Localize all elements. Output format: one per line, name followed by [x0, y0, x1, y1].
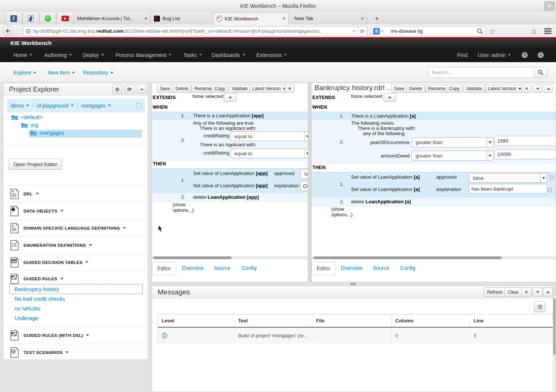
- rename-button[interactable]: Rename: [425, 85, 448, 93]
- column-header-level[interactable]: Level: [158, 315, 234, 327]
- pinned-tab-notes[interactable]: [22, 12, 39, 25]
- rule-item-bankruptcy-history[interactable]: Bankruptcy history: [15, 286, 59, 292]
- show-options-link[interactable]: (show options...): [173, 202, 196, 213]
- rule-item-underage[interactable]: Underage: [15, 315, 38, 321]
- refresh-messages-button[interactable]: Refresh: [484, 287, 506, 297]
- reload-icon[interactable]: ⟳: [360, 28, 364, 34]
- tab-editor[interactable]: Editor: [312, 262, 335, 275]
- close-editor-button[interactable]: ×: [522, 85, 531, 93]
- menu-extensions[interactable]: Extensions: [256, 48, 287, 62]
- scrollbar-thumb[interactable]: [313, 256, 502, 259]
- extends-dropdown-button[interactable]: [224, 93, 237, 102]
- tree-item-mortgages[interactable]: mortgages: [30, 130, 64, 136]
- tab-source[interactable]: Source: [214, 265, 230, 271]
- back-button[interactable]: [3, 26, 13, 36]
- menu-find[interactable]: Find: [457, 48, 467, 62]
- latest-version-button[interactable]: Latest Version: [249, 85, 289, 93]
- tab-config[interactable]: Config: [400, 265, 415, 271]
- menu-authoring[interactable]: Authoring: [44, 48, 72, 62]
- explanation-value-input[interactable]: [469, 184, 547, 194]
- show-options-link[interactable]: (show options...): [331, 206, 354, 217]
- copy-button[interactable]: Copy: [446, 85, 462, 93]
- validate-button[interactable]: Validate: [229, 85, 250, 93]
- window-close-button[interactable]: ×: [544, 1, 555, 11]
- section-drl[interactable]: R DRL: [3, 185, 148, 202]
- tab-close-icon[interactable]: ×: [283, 16, 285, 21]
- subnav-repository[interactable]: Repository: [83, 70, 113, 76]
- menu-home[interactable]: Home: [13, 48, 32, 62]
- browser-tab-1[interactable]: Mehiläinen Kouvola | Toi... ×: [74, 12, 151, 25]
- operator-select[interactable]: equal to: [230, 149, 308, 158]
- then-row-2[interactable]: [312, 198, 556, 207]
- help-icon[interactable]: ?: [522, 52, 528, 58]
- tab-editor[interactable]: Editor: [152, 262, 176, 275]
- pinned-tab-facebook[interactable]: f: [5, 12, 22, 25]
- scrollbar-thumb[interactable]: [553, 298, 556, 355]
- column-header-line[interactable]: Line: [470, 315, 553, 327]
- extends-dropdown-button[interactable]: [383, 93, 396, 102]
- settings-button[interactable]: ⚙: [112, 85, 122, 94]
- tab-overview[interactable]: Overview: [341, 265, 362, 271]
- copy-button[interactable]: Copy: [212, 85, 228, 93]
- operator-select[interactable]: equal to: [230, 131, 308, 141]
- panel-splitter[interactable]: [308, 83, 311, 282]
- collapse-panel-button[interactable]: [543, 287, 553, 297]
- delete-button[interactable]: Delete: [406, 85, 425, 93]
- horizontal-scrollbar[interactable]: [152, 256, 308, 259]
- pinned-tab-youtube[interactable]: [57, 12, 73, 25]
- url-dropdown-icon[interactable]: [353, 29, 356, 32]
- section-guided-decision-tables[interactable]: GUIDED DECISION TABLES: [3, 254, 148, 271]
- workbench-search-input[interactable]: [428, 67, 534, 78]
- url-bar[interactable]: hp-dl380pg8-01.lab.eng.brq.redhat.com:82…: [23, 26, 367, 36]
- browser-search-input[interactable]: [391, 27, 465, 35]
- section-data-objects[interactable]: DATA OBJECTS: [3, 202, 148, 219]
- tab-close-icon[interactable]: ×: [145, 16, 147, 21]
- value-input-year[interactable]: [495, 136, 556, 146]
- subnav-new-item[interactable]: New Item: [48, 70, 75, 76]
- resize-handle-icon[interactable]: [350, 283, 356, 285]
- pinned-tab-green[interactable]: [40, 12, 56, 25]
- breadcrumb-project[interactable]: mortgages: [81, 103, 111, 109]
- info-icon[interactable]: i: [538, 52, 544, 58]
- search-icon[interactable]: [477, 28, 483, 34]
- tab-source[interactable]: Source: [373, 265, 389, 271]
- delete-button[interactable]: Delete: [173, 85, 192, 93]
- browser-tab-active[interactable]: KIE Workbench ×: [213, 12, 289, 25]
- tree-item-default[interactable]: <default>: [12, 114, 42, 120]
- menu-deploy[interactable]: Deploy: [83, 48, 104, 62]
- new-tab-button[interactable]: +: [373, 15, 380, 22]
- menu-tasks[interactable]: Tasks: [183, 48, 202, 62]
- operator-select[interactable]: greater than: [411, 137, 493, 147]
- breadcrumb-repo[interactable]: demo: [11, 103, 29, 109]
- rule-item-no-ninjas[interactable]: no NINJAs: [15, 306, 40, 312]
- breadcrumb-branch[interactable]: uf-playground: [37, 103, 74, 109]
- open-project-editor-button[interactable]: Open Project Editor: [9, 159, 62, 170]
- minimize-editor-button[interactable]: [533, 85, 542, 93]
- close-editor-button[interactable]: ×: [285, 85, 294, 93]
- vertical-scrollbar[interactable]: [553, 297, 556, 392]
- value-select-clipped[interactable]: fa: [300, 169, 308, 179]
- save-button[interactable]: Save: [157, 85, 173, 93]
- latest-version-button[interactable]: Latest Version: [485, 85, 524, 93]
- section-dsl-definitions[interactable]: R DOMAIN SPECIFIC LANGUAGE DEFINITIONS: [3, 219, 148, 236]
- tree-item-org[interactable]: org: [21, 122, 38, 128]
- field-widget-icon[interactable]: −: [548, 188, 552, 192]
- section-enumeration-definitions[interactable]: ENUMERATION DEFINITIONS: [3, 236, 148, 254]
- field-widget-icon[interactable]: −: [550, 176, 553, 179]
- validate-button[interactable]: Validate: [463, 85, 485, 93]
- horizontal-scrollbar[interactable]: [312, 256, 556, 259]
- value-input-clipped[interactable]: On: [300, 181, 308, 191]
- when-row-1[interactable]: [312, 112, 556, 120]
- tab-close-icon[interactable]: ×: [361, 16, 364, 21]
- rule-item-no-bad-credit-checks[interactable]: No bad credit checks: [15, 296, 65, 302]
- close-panel-button[interactable]: ×: [521, 287, 531, 297]
- scrollbar-thumb[interactable]: [153, 256, 231, 259]
- refresh-button[interactable]: ⟳: [124, 85, 135, 94]
- menu-hamburger-icon[interactable]: [544, 28, 552, 35]
- search-engine-dropdown-icon[interactable]: [380, 29, 383, 32]
- home-icon[interactable]: ⌂: [531, 26, 536, 35]
- rename-button[interactable]: Rename: [192, 85, 214, 93]
- bookmark-star-icon[interactable]: ☆: [489, 27, 496, 36]
- minimize-panel-button[interactable]: [533, 287, 543, 297]
- collapse-editor-button[interactable]: [544, 85, 553, 93]
